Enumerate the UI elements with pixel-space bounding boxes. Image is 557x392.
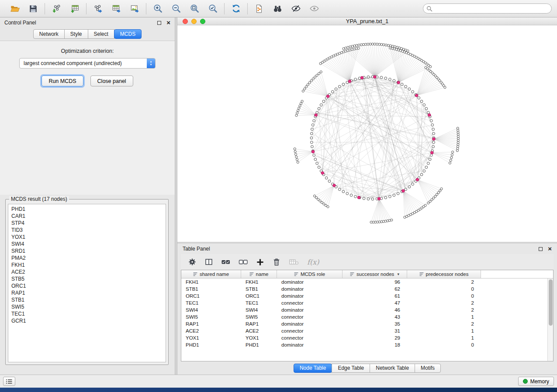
table-row[interactable]: YOX1YOX1connector291 — [181, 334, 547, 341]
show-all-button[interactable] — [307, 2, 322, 15]
table-cell: TEC1 — [241, 300, 277, 306]
table-row[interactable]: RAP1RAP1dominator352 — [181, 320, 547, 327]
eye-icon — [309, 3, 319, 14]
export-table-button[interactable] — [109, 2, 124, 15]
refresh-button[interactable] — [228, 2, 243, 15]
table-row[interactable]: ACE2ACE2connector311 — [181, 327, 547, 334]
import-table-button[interactable] — [67, 2, 82, 15]
tab-style[interactable]: Style — [64, 29, 88, 39]
tab-network-table[interactable]: Network Table — [370, 364, 415, 373]
table-row[interactable]: PHD1PHD1dominator180 — [181, 341, 547, 348]
find-button[interactable] — [270, 2, 285, 15]
zoom-in-button[interactable] — [150, 2, 165, 15]
zoom-fit-button[interactable] — [187, 2, 202, 15]
mcds-node-item[interactable]: STB5 — [8, 275, 166, 282]
table-cell: 2 — [407, 300, 481, 306]
delete-column-button[interactable] — [272, 258, 281, 266]
table-row[interactable]: TEC1TEC1connector472 — [181, 299, 547, 306]
column-menu-icon — [193, 272, 197, 276]
table-cell: 2 — [407, 279, 481, 285]
mcds-node-item[interactable]: FKH1 — [8, 261, 166, 268]
table-row[interactable]: ORC1ORC1dominator610 — [181, 292, 547, 299]
mcds-node-item[interactable]: SRD1 — [8, 248, 166, 254]
table-scrollbar[interactable] — [547, 279, 553, 361]
memory-button[interactable]: Memory — [518, 377, 554, 386]
table-cell: SWI5 — [181, 314, 241, 320]
mcds-node-item[interactable]: STP4 — [8, 220, 166, 227]
open-file-button[interactable] — [7, 2, 22, 15]
table-cell: 1 — [407, 335, 481, 340]
maximize-window-button[interactable] — [200, 19, 205, 24]
column-header-predecessor-nodes[interactable]: predecessor nodes — [407, 270, 481, 278]
function-builder-button[interactable]: f(x) — [307, 258, 319, 266]
tab-node-table[interactable]: Node Table — [294, 364, 332, 373]
network-document-button[interactable] — [252, 2, 266, 15]
deselect-all-button[interactable] — [239, 258, 248, 266]
mcds-node-item[interactable]: PHD1 — [8, 206, 166, 213]
table-row[interactable]: FKH1FKH1dominator962 — [181, 279, 547, 285]
table-settings-button[interactable] — [188, 258, 197, 266]
column-menu-icon — [249, 272, 254, 276]
list-icon — [6, 379, 13, 384]
tab-mcds[interactable]: MCDS — [114, 29, 142, 39]
table-row[interactable]: STB1STB1dominator620 — [181, 285, 547, 292]
mcds-node-item[interactable]: SWI5 — [8, 303, 166, 310]
mcds-node-item[interactable]: ACE2 — [8, 268, 166, 275]
table-panel: Table Panel × — [177, 244, 557, 375]
table-row[interactable]: SWI5SWI5connector431 — [181, 313, 547, 320]
mcds-node-item[interactable]: TID3 — [8, 227, 166, 234]
table-panel-title: Table Panel — [183, 246, 210, 252]
mcds-node-item[interactable]: YOX1 — [8, 234, 166, 241]
eye-slash-icon — [291, 3, 301, 14]
close-window-button[interactable] — [183, 19, 188, 24]
criterion-dropdown[interactable]: largest connected component (undirected)… — [19, 58, 156, 69]
gear-icon — [188, 258, 197, 266]
network-canvas[interactable] — [177, 25, 557, 242]
mcds-node-item[interactable]: CAR1 — [8, 213, 166, 220]
show-columns-button[interactable] — [204, 258, 213, 266]
table-cell: 29 — [343, 335, 407, 340]
column-header-shared-name[interactable]: shared name — [181, 270, 241, 278]
tab-motifs[interactable]: Motifs — [415, 364, 441, 373]
mcds-node-item[interactable]: SWI4 — [8, 241, 166, 248]
table-cell: connector — [277, 335, 343, 340]
table-cell: ORC1 — [181, 293, 241, 299]
close-panel-button[interactable]: Close panel — [90, 76, 133, 86]
import-network-button[interactable] — [49, 2, 64, 15]
column-header-MCDS-role[interactable]: MCDS role — [277, 270, 343, 278]
run-mcds-button[interactable]: Run MCDS — [42, 76, 83, 86]
export-image-button[interactable] — [127, 2, 142, 15]
zoom-selected-button[interactable] — [205, 2, 220, 15]
close-table-panel-icon[interactable]: × — [548, 247, 552, 251]
tab-select[interactable]: Select — [88, 29, 114, 39]
mcds-node-item[interactable]: PMA2 — [8, 254, 166, 261]
column-header-successor-nodes[interactable]: successor nodes▾ — [343, 270, 407, 278]
folder-open-icon — [10, 3, 20, 14]
table-scrollbar-thumb[interactable] — [549, 279, 553, 326]
close-panel-icon[interactable]: × — [166, 21, 170, 25]
float-panel-icon[interactable] — [157, 21, 161, 25]
mcds-node-item[interactable]: STB1 — [8, 296, 166, 303]
table-tabs: Node TableEdge TableNetwork TableMotifs — [177, 361, 557, 375]
mcds-node-item[interactable]: ORC1 — [8, 282, 166, 289]
mcds-node-item[interactable]: TEC1 — [8, 310, 166, 317]
zoom-out-button[interactable] — [169, 2, 183, 15]
minimize-window-button[interactable] — [191, 19, 197, 24]
column-header-name[interactable]: name — [241, 270, 277, 278]
export-network-button[interactable] — [90, 2, 105, 15]
search-input[interactable] — [423, 3, 552, 14]
select-all-button[interactable] — [221, 258, 231, 266]
tab-network[interactable]: Network — [33, 29, 65, 39]
export-table-icon — [111, 4, 121, 14]
mcds-node-item[interactable]: GCR1 — [8, 317, 166, 324]
mcds-node-item[interactable]: RAP1 — [8, 289, 166, 296]
tab-edge-table[interactable]: Edge Table — [332, 364, 370, 373]
zoom-selected-icon — [208, 3, 218, 14]
delete-table-button[interactable] — [289, 258, 299, 266]
table-row[interactable]: SWI4SWI4dominator462 — [181, 306, 547, 313]
save-session-button[interactable] — [26, 2, 41, 15]
float-table-panel-icon[interactable] — [539, 247, 543, 251]
create-column-button[interactable] — [256, 258, 264, 266]
hide-selected-button[interactable] — [288, 2, 303, 15]
show-panels-button[interactable] — [3, 377, 15, 386]
